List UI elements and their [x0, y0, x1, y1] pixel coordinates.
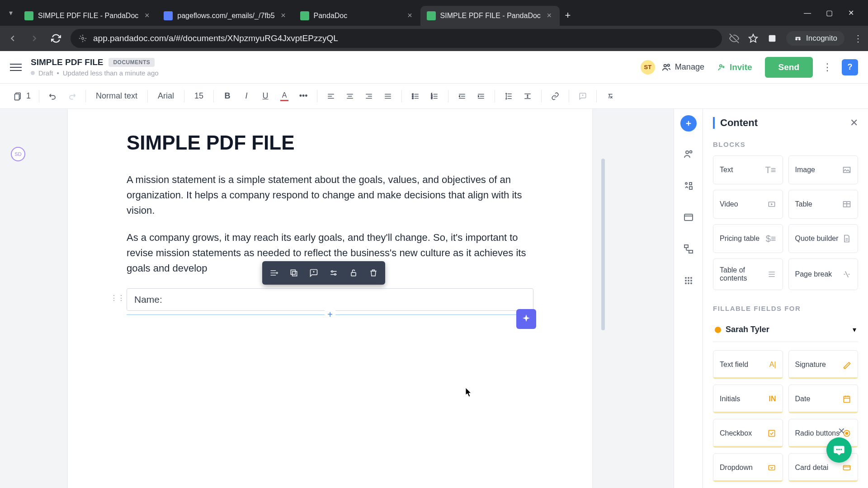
- doc-paragraph-1[interactable]: A mission statement is a simple statemen…: [127, 172, 533, 218]
- clear-formatting-button[interactable]: [602, 88, 618, 104]
- block-page-break[interactable]: Page break: [788, 258, 859, 290]
- recipients-button[interactable]: [679, 145, 698, 163]
- underline-button[interactable]: U: [257, 88, 274, 104]
- outdent-button[interactable]: [454, 88, 470, 104]
- block-video[interactable]: Video: [713, 190, 783, 219]
- block-quote-builder[interactable]: Quote builder: [788, 224, 859, 253]
- design-button[interactable]: [679, 208, 698, 226]
- scroll-thumb[interactable]: [601, 159, 605, 330]
- status-time: Updated less than a minute ago: [63, 69, 159, 77]
- browser-tab-4[interactable]: SIMPLE PDF FILE - PandaDoc ×: [420, 6, 560, 26]
- indent-button[interactable]: [473, 88, 489, 104]
- block-duplicate-button[interactable]: [285, 264, 303, 282]
- variables-button[interactable]: [679, 177, 698, 195]
- block-insert-button[interactable]: [265, 264, 283, 282]
- incognito-badge[interactable]: Incognito: [786, 31, 844, 46]
- tab-search-dropdown[interactable]: ▾: [4, 6, 18, 20]
- minimize-icon[interactable]: —: [803, 9, 812, 18]
- block-toc[interactable]: Table of contents: [713, 258, 783, 290]
- canvas-area[interactable]: SD SIMPLE PDF FILE A mission statement i…: [0, 109, 674, 488]
- url-bar[interactable]: app.pandadoc.com/a/#/documents/XNpzmyuRG…: [71, 29, 722, 48]
- chat-close-button[interactable]: ✕: [838, 426, 845, 436]
- more-menu-button[interactable]: ⋮: [819, 59, 835, 75]
- doc-title[interactable]: SIMPLE PDF FILE: [31, 57, 103, 67]
- field-dropdown[interactable]: Dropdown: [713, 453, 783, 482]
- forward-button[interactable]: [27, 31, 42, 46]
- align-left-button[interactable]: [323, 88, 339, 104]
- workflow-button[interactable]: [679, 240, 698, 258]
- toc-icon: [767, 270, 776, 279]
- field-signature[interactable]: Signature: [788, 350, 859, 379]
- font-select[interactable]: Arial: [153, 91, 179, 101]
- block-image[interactable]: Image: [788, 155, 859, 184]
- close-icon[interactable]: ×: [545, 12, 553, 20]
- align-justify-button[interactable]: [380, 88, 396, 104]
- close-icon[interactable]: ×: [406, 12, 414, 20]
- close-icon[interactable]: ×: [279, 12, 288, 20]
- spacing-button[interactable]: [519, 88, 536, 104]
- add-block-button[interactable]: +: [325, 310, 335, 320]
- chat-fab[interactable]: [826, 437, 852, 463]
- invite-button[interactable]: Invite: [711, 58, 759, 77]
- drag-handle-icon[interactable]: ⋮⋮: [110, 294, 125, 302]
- browser-tab-1[interactable]: SIMPLE PDF FILE - PandaDoc ×: [18, 6, 157, 26]
- user-avatar[interactable]: ST: [641, 60, 655, 75]
- reload-button[interactable]: [49, 31, 63, 46]
- manage-button[interactable]: Manage: [661, 62, 704, 72]
- canvas-scrollbar[interactable]: [601, 109, 606, 488]
- align-right-button[interactable]: [361, 88, 377, 104]
- assignee-selector[interactable]: Sarah Tyler ▾: [713, 319, 858, 342]
- svg-point-46: [836, 449, 838, 450]
- undo-button[interactable]: [45, 88, 61, 104]
- more-formatting-button[interactable]: •••: [295, 88, 311, 104]
- send-button[interactable]: Send: [765, 57, 813, 78]
- align-center-button[interactable]: [342, 88, 358, 104]
- block-delete-button[interactable]: [364, 264, 382, 282]
- bold-button[interactable]: B: [219, 88, 236, 104]
- menu-button[interactable]: [10, 64, 22, 71]
- block-comment-button[interactable]: [305, 264, 323, 282]
- add-field-fab[interactable]: [516, 309, 536, 329]
- field-date[interactable]: Date: [788, 385, 859, 413]
- redo-button[interactable]: [64, 88, 80, 104]
- doc-heading[interactable]: SIMPLE PDF FILE: [127, 131, 533, 154]
- add-content-button[interactable]: [680, 115, 697, 131]
- style-select[interactable]: Normal text: [91, 91, 142, 101]
- bullet-list-button[interactable]: [407, 88, 424, 104]
- block-lock-button[interactable]: [344, 264, 363, 282]
- close-window-icon[interactable]: ✕: [846, 9, 855, 18]
- numbered-list-button[interactable]: 123: [426, 88, 443, 104]
- document-page[interactable]: SIMPLE PDF FILE A mission statement is a…: [68, 109, 592, 488]
- bookmark-star-icon[interactable]: [748, 33, 758, 43]
- italic-button[interactable]: I: [238, 88, 255, 104]
- font-size-select[interactable]: 15: [190, 91, 208, 101]
- collaborator-avatar[interactable]: SD: [11, 147, 25, 161]
- svg-rect-16: [291, 270, 295, 274]
- line-height-button[interactable]: [500, 88, 517, 104]
- block-pricing-table[interactable]: Pricing table$≡: [713, 224, 783, 253]
- maximize-icon[interactable]: ▢: [825, 9, 834, 18]
- field-initials[interactable]: InitialsIN: [713, 385, 783, 413]
- eye-off-icon[interactable]: [729, 33, 739, 43]
- block-text[interactable]: TextT≡: [713, 155, 783, 184]
- close-icon[interactable]: ×: [143, 12, 151, 20]
- extensions-icon[interactable]: [767, 33, 777, 43]
- comment-button[interactable]: [575, 88, 591, 104]
- browser-menu-icon[interactable]: ⋮: [854, 33, 863, 44]
- block-table[interactable]: Table: [788, 190, 859, 219]
- browser-tab-3[interactable]: PandaDoc ×: [294, 6, 420, 26]
- field-checkbox[interactable]: Checkbox: [713, 419, 783, 448]
- link-button[interactable]: [547, 88, 563, 104]
- pages-button[interactable]: 1: [11, 88, 33, 104]
- text-block[interactable]: Name:: [127, 288, 533, 311]
- browser-tab-2[interactable]: pageflows.com/_emails/_/7fb5 ×: [157, 6, 293, 26]
- new-tab-button[interactable]: +: [560, 7, 576, 23]
- apps-button[interactable]: [679, 272, 698, 290]
- help-button[interactable]: ?: [842, 59, 858, 75]
- text-color-button[interactable]: A: [276, 88, 292, 104]
- close-panel-button[interactable]: ✕: [850, 117, 858, 129]
- back-button[interactable]: [5, 31, 20, 46]
- block-settings-button[interactable]: [325, 264, 343, 282]
- site-settings-icon[interactable]: [79, 34, 87, 42]
- field-text[interactable]: Text fieldA|: [713, 350, 783, 379]
